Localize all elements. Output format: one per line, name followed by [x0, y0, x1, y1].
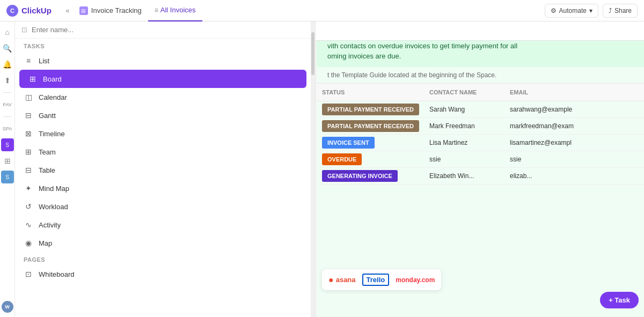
map-icon: ◉: [24, 239, 33, 247]
table-row: GENERATING INVOICE Elizabeth Win... eliz…: [317, 168, 644, 185]
board-label: Board: [43, 75, 62, 83]
logo: C ClickUp: [6, 5, 52, 17]
status-cell: INVOICE SENT: [317, 135, 424, 151]
trello-logo: Trello: [362, 274, 390, 286]
sidebar-home-icon[interactable]: ⌂: [1, 26, 14, 39]
share-label: Share: [614, 7, 632, 14]
timeline-icon: ⊠: [24, 129, 33, 138]
map-label: Map: [39, 239, 52, 247]
dropdown-item-whiteboard[interactable]: ⊡ Whiteboard: [15, 265, 311, 283]
whiteboard-label: Whiteboard: [39, 270, 74, 278]
timeline-label: Timeline: [39, 130, 65, 138]
sidebar-grid-icon[interactable]: ⊞: [1, 154, 14, 167]
status-cell: PARTIAL PAYMENT RECEIVED: [317, 101, 424, 117]
dropdown-item-activity[interactable]: ∿ Activity: [15, 216, 311, 234]
status-badge: PARTIAL PAYMENT RECEIVED: [322, 104, 419, 115]
top-right-actions: ⚙ Automate ▾ ⤴ Share: [545, 4, 638, 18]
dropdown-item-calendar[interactable]: ◫ Calendar: [15, 88, 311, 106]
dropdown-item-map[interactable]: ◉ Map: [15, 234, 311, 252]
logo-icon: C: [6, 5, 18, 17]
sidebar-space2-icon[interactable]: S: [1, 171, 14, 183]
team-icon: ⊞: [24, 148, 33, 156]
contact-cell: Elizabeth Win...: [424, 168, 504, 184]
status-badge: INVOICE SENT: [322, 137, 375, 149]
email-cell: markfreedman@exam: [504, 118, 644, 134]
dropdown-item-timeline[interactable]: ⊠ Timeline: [15, 124, 311, 143]
sidebar-divider-2: [3, 116, 12, 117]
collapse-sidebar-btn[interactable]: «: [60, 3, 75, 18]
table-row: PARTIAL PAYMENT RECEIVED Sarah Wang sara…: [317, 101, 644, 118]
tab-all-invoices[interactable]: ≡ All Invoices: [148, 0, 202, 21]
dropdown-item-team[interactable]: ⊞ Team: [15, 143, 311, 161]
view-dropdown-panel: ⊡ TASKS ≡ List ⊞ Board ◫ Calendar ⊟ Gant…: [15, 21, 316, 317]
monday-logo: monday.com: [396, 276, 435, 284]
dropdown-item-board[interactable]: ⊞ Board: [19, 70, 306, 88]
sidebar-space-icon[interactable]: S: [1, 138, 14, 151]
share-btn[interactable]: ⤴ Share: [603, 4, 638, 18]
automate-btn[interactable]: ⚙ Automate ▾: [545, 4, 598, 18]
mindmap-label: Mind Map: [39, 185, 69, 193]
share-icon: ⤴: [609, 7, 612, 14]
email-cell: elizab...: [504, 168, 644, 184]
gantt-icon: ⊟: [24, 111, 33, 120]
mindmap-icon: ✦: [24, 184, 33, 193]
th-email: EMAIL: [504, 87, 644, 98]
dropdown-item-mindmap[interactable]: ✦ Mind Map: [15, 179, 311, 197]
dropdown-item-gantt[interactable]: ⊟ Gantt: [15, 106, 311, 124]
activity-label: Activity: [39, 221, 61, 229]
status-cell: OVERDUE: [317, 151, 424, 167]
search-input[interactable]: [32, 26, 304, 34]
tab-icon: ≡: [155, 6, 158, 14]
gantt-label: Gantt: [39, 112, 56, 120]
sidebar-avatar: W: [2, 301, 13, 313]
status-cell: PARTIAL PAYMENT RECEIVED: [317, 118, 424, 134]
contact-cell: Lisa Martinez: [424, 135, 504, 151]
sidebar-divider: [3, 92, 12, 93]
status-badge: GENERATING INVOICE: [322, 170, 398, 182]
table-row: OVERDUE ssie ssie: [317, 151, 644, 168]
calendar-icon: ◫: [24, 93, 33, 101]
sidebar-search-icon[interactable]: 🔍: [1, 42, 14, 55]
table-icon: ⊟: [24, 166, 33, 174]
workload-icon: ↺: [24, 202, 33, 211]
table-header: STATUS CONTACT NAME EMAIL: [317, 83, 644, 101]
contact-cell: ssie: [424, 151, 504, 167]
email-cell: ssie: [504, 151, 644, 167]
partner-logos-strip: ● asana Trello monday.com: [322, 269, 441, 290]
dropdown-item-table[interactable]: ⊟ Table: [15, 161, 311, 179]
table-row: INVOICE SENT Lisa Martinez lisamartinez@…: [317, 135, 644, 151]
search-icon: ⊡: [21, 26, 27, 34]
task-btn[interactable]: + Task: [600, 292, 639, 308]
pages-section-label: PAGES: [15, 252, 311, 265]
contact-cell: Mark Freedman: [424, 118, 504, 134]
asana-logo: ● asana: [328, 275, 356, 285]
th-contact: CONTACT NAME: [424, 87, 504, 98]
list-label: List: [39, 57, 49, 65]
breadcrumb-text: Invoice Tracking: [91, 6, 142, 14]
sidebar-fav-label: FAV: [1, 98, 14, 111]
email-cell: sarahwang@example: [504, 101, 644, 117]
logo-text: ClickUp: [21, 6, 52, 15]
email-cell: lisamartinez@exampl: [504, 135, 644, 151]
automate-icon: ⚙: [551, 7, 557, 14]
activity-icon: ∿: [24, 220, 33, 229]
scrollbar-track[interactable]: [311, 21, 315, 317]
scrollbar-thumb[interactable]: [311, 32, 314, 75]
tab-bar: ≡ All Invoices: [148, 0, 202, 21]
contact-cell: Sarah Wang: [424, 101, 504, 117]
sidebar-notifications-icon[interactable]: 🔔: [1, 58, 14, 71]
sidebar-pulse-icon[interactable]: ⬆: [1, 74, 14, 87]
breadcrumb-icon: ▤: [79, 6, 88, 15]
team-label: Team: [39, 148, 56, 156]
status-badge: OVERDUE: [322, 153, 362, 165]
dropdown-search-bar: ⊡: [15, 21, 311, 39]
automate-chevron: ▾: [589, 7, 592, 14]
sidebar-spa-label: SPA: [1, 122, 14, 135]
calendar-label: Calendar: [39, 93, 67, 101]
workload-label: Workload: [39, 203, 68, 211]
breadcrumb: ▤ Invoice Tracking: [79, 6, 142, 15]
list-icon: ≡: [24, 56, 33, 65]
dropdown-item-workload[interactable]: ↺ Workload: [15, 197, 311, 216]
dropdown-item-list[interactable]: ≡ List: [15, 51, 311, 70]
tab-label: All Invoices: [160, 6, 196, 14]
